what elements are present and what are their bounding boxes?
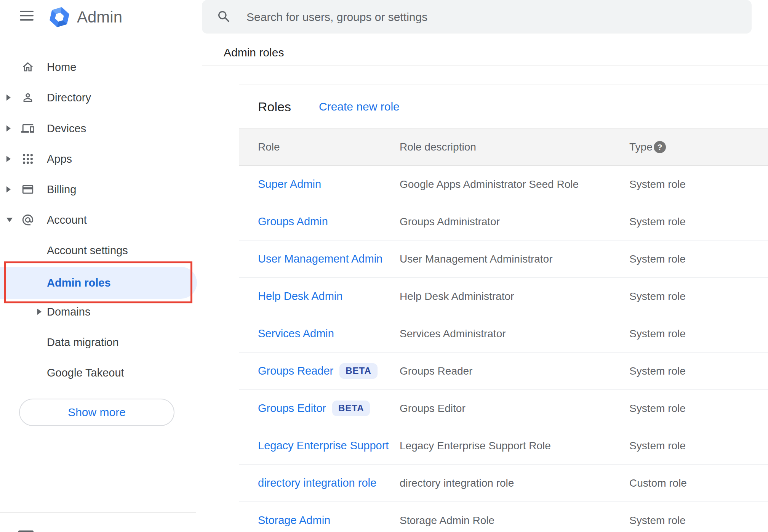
role-link[interactable]: Help Desk Admin — [258, 290, 342, 303]
sidebar-item-account-settings[interactable]: Account settings — [0, 235, 202, 266]
at-sign-icon — [21, 213, 34, 226]
sidebar-item-label: Account — [47, 214, 87, 226]
role-link[interactable]: User Management Admin — [258, 253, 382, 265]
role-type: System role — [629, 166, 686, 203]
role-link[interactable]: Super Admin — [258, 178, 321, 191]
table-row: User Management Admin User Management Ad… — [239, 240, 768, 278]
credit-card-icon — [21, 183, 34, 196]
table-row: Groups Admin Groups Administrator System… — [239, 203, 768, 240]
role-type: Custom role — [629, 465, 687, 502]
sidebar-item-label: Data migration — [47, 336, 119, 349]
role-description: Groups Reader — [400, 353, 472, 389]
role-link[interactable]: Storage Admin — [258, 514, 330, 527]
sidebar-item-label: Devices — [47, 122, 86, 135]
table-row: Legacy Enterprise Support Legacy Enterpr… — [239, 427, 768, 465]
role-type: System role — [629, 353, 686, 389]
sidebar-item-account[interactable]: Account — [0, 205, 202, 235]
role-description: Groups Administrator — [400, 203, 500, 240]
roles-panel: Roles Create new role Role Role descript… — [239, 85, 768, 532]
search-icon — [216, 9, 232, 24]
role-link[interactable]: Groups Reader — [258, 365, 333, 377]
app-title: Admin — [77, 6, 122, 29]
role-description: Help Desk Administrator — [400, 278, 514, 315]
table-row: Storage Admin Storage Admin Role System … — [239, 502, 768, 532]
sidebar-item-label: Apps — [47, 153, 72, 165]
sidebar-item-domains[interactable]: Domains — [0, 296, 202, 327]
column-header-role: Role — [258, 141, 280, 153]
table-row: Help Desk Admin Help Desk Administrator … — [239, 278, 768, 315]
column-header-type: Type — [629, 141, 653, 153]
sidebar-item-directory[interactable]: Directory — [0, 82, 202, 113]
sidebar: Admin Home Directory Devices — [0, 0, 202, 532]
sidebar-item-label: Directory — [47, 91, 91, 104]
role-description: Storage Admin Role — [400, 502, 494, 532]
show-more-button[interactable]: Show more — [19, 399, 174, 426]
home-icon — [21, 61, 34, 74]
google-admin-console: Admin Home Directory Devices — [0, 0, 768, 532]
role-link[interactable]: Groups Admin — [258, 215, 328, 228]
sidebar-item-label: Domains — [47, 306, 90, 318]
role-link[interactable]: directory integration role — [258, 477, 376, 489]
roles-table-body: Super Admin Google Apps Administrator Se… — [239, 166, 768, 532]
role-description: directory integration role — [400, 465, 514, 502]
role-description: Services Administrator — [400, 315, 506, 352]
chevron-right-icon — [37, 309, 42, 315]
sidebar-item-label: Admin roles — [47, 277, 111, 289]
table-row: Services Admin Services Administrator Sy… — [239, 315, 768, 353]
role-description: User Management Administrator — [400, 240, 553, 277]
devices-icon — [21, 122, 34, 135]
table-header-row: Role Role description Type ? — [239, 128, 768, 166]
role-link[interactable]: Groups Editor — [258, 402, 326, 415]
create-new-role-link[interactable]: Create new role — [319, 100, 400, 113]
sidebar-item-label: Google Takeout — [47, 367, 124, 379]
header-divider — [202, 66, 768, 66]
table-row: Super Admin Google Apps Administrator Se… — [239, 166, 768, 203]
chevron-right-icon — [6, 156, 11, 162]
role-type: System role — [629, 502, 686, 532]
sidebar-item-label: Account settings — [47, 244, 128, 257]
role-type: System role — [629, 427, 686, 464]
beta-badge: BETA — [339, 363, 378, 379]
roles-panel-header: Roles Create new role — [239, 85, 768, 128]
clipped-bottom-icon — [18, 530, 34, 532]
table-row: Groups Reader BETA Groups Reader System … — [239, 353, 768, 390]
help-icon[interactable]: ? — [654, 141, 666, 153]
chevron-right-icon — [6, 95, 11, 101]
sidebar-item-billing[interactable]: Billing — [0, 174, 202, 205]
sidebar-item-home[interactable]: Home — [0, 52, 202, 82]
beta-badge: BETA — [332, 401, 370, 416]
chevron-right-icon — [6, 125, 11, 131]
role-link[interactable]: Services Admin — [258, 327, 334, 340]
role-type: System role — [629, 240, 686, 277]
role-type: System role — [629, 203, 686, 240]
role-type: System role — [629, 315, 686, 352]
chevron-right-icon — [6, 186, 11, 192]
sidebar-item-label: Billing — [47, 183, 76, 196]
admin-logo-icon — [48, 6, 70, 29]
sidebar-item-apps[interactable]: Apps — [0, 144, 202, 174]
role-description: Groups Editor — [400, 390, 466, 427]
sidebar-item-data-migration[interactable]: Data migration — [0, 327, 202, 357]
person-icon — [21, 91, 34, 104]
sidebar-item-label: Home — [47, 61, 76, 74]
sidebar-item-google-takeout[interactable]: Google Takeout — [0, 357, 202, 388]
apps-grid-icon — [21, 152, 34, 165]
role-description: Google Apps Administrator Seed Role — [400, 166, 579, 203]
column-header-description: Role description — [400, 141, 476, 153]
panel-title: Roles — [258, 99, 291, 114]
role-type: System role — [629, 278, 686, 315]
breadcrumb: Admin roles — [224, 46, 284, 59]
role-type: System role — [629, 390, 686, 427]
sidebar-item-admin-roles[interactable]: Admin roles — [0, 267, 197, 299]
role-description: Legacy Enterprise Support Role — [400, 427, 551, 464]
hamburger-menu-icon[interactable] — [20, 11, 34, 21]
chevron-down-icon — [6, 218, 13, 222]
search-input[interactable] — [246, 0, 735, 34]
role-link[interactable]: Legacy Enterprise Support — [258, 439, 389, 452]
table-row: directory integration role directory int… — [239, 465, 768, 502]
search-bar[interactable] — [202, 0, 752, 34]
sidebar-divider — [0, 512, 196, 513]
sidebar-item-devices[interactable]: Devices — [0, 113, 202, 144]
table-row: Groups Editor BETA Groups Editor System … — [239, 390, 768, 427]
